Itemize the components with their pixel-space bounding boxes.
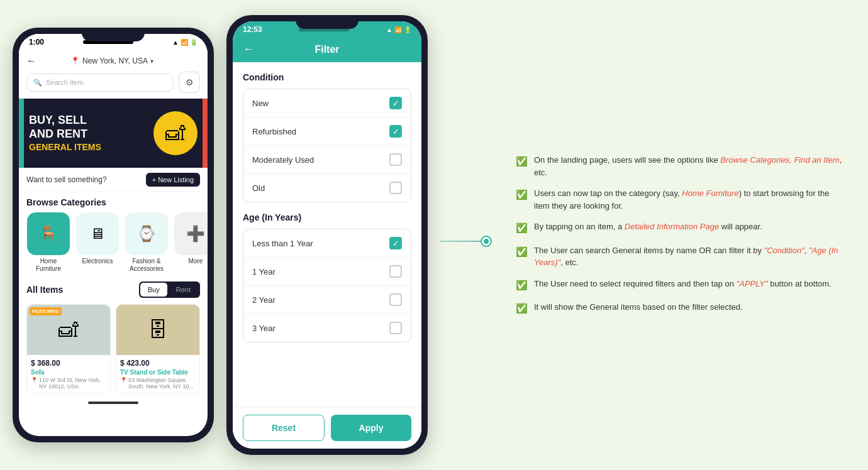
note-text-6: It will show the General items based on … xyxy=(534,301,743,314)
item-price-sofa: $ 368.00 xyxy=(31,359,106,368)
electronics-label: Electronics xyxy=(82,258,113,265)
connector xyxy=(440,237,491,246)
fashion-label: Fashion &Accessories xyxy=(130,258,164,273)
condition-new[interactable]: New ✓ xyxy=(243,89,411,117)
age-1year-checkbox[interactable] xyxy=(389,265,402,278)
condition-title: Condition xyxy=(243,72,411,82)
fashion-icon: ⌚ xyxy=(125,212,168,255)
filter-title: Filter xyxy=(314,44,339,55)
hero-banner: BUY, SELL AND RENT GENERAL ITEMS 🛋 xyxy=(19,99,208,168)
item-img-sofa: FEATURED 🛋 xyxy=(27,305,110,355)
condition-moderately-used-checkbox[interactable] xyxy=(389,153,402,166)
apply-button[interactable]: Apply xyxy=(331,415,411,441)
age-3year-label: 3 Year xyxy=(252,324,275,333)
note-text-1: On the landing page, users will see the … xyxy=(534,154,843,178)
age-title: Age (In Years) xyxy=(243,212,411,222)
home-furniture-label: HomeFurniture xyxy=(36,258,61,273)
item-card-sofa[interactable]: FEATURED 🛋 $ 368.00 Sofa 📍110 W 3rd St, … xyxy=(26,304,111,394)
age-1year-label: 1 Year xyxy=(252,267,275,276)
dropdown-icon: ▾ xyxy=(150,58,153,65)
item-name-sofa: Sofa xyxy=(31,369,106,376)
filter-header: ← Filter xyxy=(233,36,421,62)
filter-icon-button[interactable]: ⚙ xyxy=(179,72,200,93)
banner-line3: GENERAL ITEMS xyxy=(29,142,101,152)
more-icon: ➕ xyxy=(174,212,208,255)
item-img-tvstand: 🗄 xyxy=(116,305,199,355)
phone-1: 1:00 ▲ 📶 🔋 ← 📍 New York, NY, USA ▾ xyxy=(13,28,214,442)
filter-footer: Reset Apply xyxy=(233,407,421,449)
filter-content: Condition New ✓ Refurbished ✓ Moderately… xyxy=(233,62,421,414)
note-4: ✅ The User can search General items by n… xyxy=(516,244,843,269)
condition-new-label: New xyxy=(252,99,269,108)
category-fashion[interactable]: ⌚ Fashion &Accessories xyxy=(125,212,169,273)
note-text-3: By tapping on an item, a Detailed Inform… xyxy=(534,221,762,233)
home-furniture-icon: 🪑 xyxy=(27,212,70,255)
item-location-tvstand: 📍53 Washington Square South, New York, N… xyxy=(120,377,196,390)
items-grid: FEATURED 🛋 $ 368.00 Sofa 📍110 W 3rd St, … xyxy=(19,302,208,396)
category-electronics[interactable]: 🖥 Electronics xyxy=(75,212,120,273)
all-items-title: All Items xyxy=(26,285,63,295)
browse-categories-title: Browse Categories xyxy=(19,192,208,210)
condition-old[interactable]: Old xyxy=(243,174,411,202)
condition-refurbished[interactable]: Refurbished ✓ xyxy=(243,117,411,146)
time-1: 1:00 xyxy=(29,38,44,46)
back-button-2[interactable]: ← xyxy=(243,43,254,56)
check-icon-2: ✅ xyxy=(516,188,528,202)
filter-icon: ⚙ xyxy=(186,77,194,87)
item-price-tvstand: $ 423.00 xyxy=(120,359,196,368)
note-5: ✅ The User need to select required filte… xyxy=(516,278,843,293)
check-icon-4: ✅ xyxy=(516,245,528,260)
condition-options: New ✓ Refurbished ✓ Moderately Used Old xyxy=(243,89,411,202)
check-icon-6: ✅ xyxy=(516,302,528,316)
note-1: ✅ On the landing page, users will see th… xyxy=(516,154,843,178)
note-6: ✅ It will show the General items based o… xyxy=(516,301,843,316)
back-button-1[interactable]: ← xyxy=(26,55,36,67)
sell-bar: Want to sell something? + New Listing xyxy=(19,168,208,192)
age-less-1year-label: Less than 1 Year xyxy=(252,239,313,248)
buy-rent-toggle[interactable]: Buy Rent xyxy=(139,281,200,298)
search-input[interactable]: 🔍 Search Item xyxy=(26,74,174,92)
electronics-icon: 🖥 xyxy=(76,212,119,255)
reset-button[interactable]: Reset xyxy=(243,415,325,441)
banner-line2: AND RENT xyxy=(29,128,101,141)
age-1year[interactable]: 1 Year xyxy=(243,258,411,286)
note-text-5: The User need to select required filters… xyxy=(534,278,832,290)
banner-line1: BUY, SELL xyxy=(29,114,101,128)
more-label: More xyxy=(189,258,203,265)
all-items-header: All Items Buy Rent xyxy=(19,278,208,302)
condition-moderately-used-label: Moderately Used xyxy=(252,155,314,165)
location-pin-icon: 📍 xyxy=(70,57,80,65)
condition-refurbished-checkbox[interactable]: ✓ xyxy=(389,125,402,138)
condition-refurbished-label: Refurbished xyxy=(252,127,296,136)
check-icon-3: ✅ xyxy=(516,221,528,236)
banner-image: 🛋 xyxy=(153,111,198,155)
age-2year[interactable]: 2 Year xyxy=(243,286,411,314)
age-less-1year-checkbox[interactable]: ✓ xyxy=(389,237,402,249)
check-icon-1: ✅ xyxy=(516,155,528,169)
item-location-sofa: 📍110 W 3rd St, New York, NY 10012, USA xyxy=(31,377,106,390)
categories-list: 🪑 HomeFurniture 🖥 Electronics ⌚ Fashion … xyxy=(19,210,208,278)
condition-old-checkbox[interactable] xyxy=(389,182,402,194)
note-2: ✅ Users can now tap on the category (say… xyxy=(516,187,843,212)
connector-dot xyxy=(482,237,491,246)
note-text-4: The User can search General items by nam… xyxy=(534,244,843,269)
age-2year-label: 2 Year xyxy=(252,295,275,305)
new-listing-button[interactable]: + New Listing xyxy=(146,173,200,187)
age-2year-checkbox[interactable] xyxy=(389,293,402,306)
age-3year-checkbox[interactable] xyxy=(389,322,402,334)
location-text: New York, NY, USA xyxy=(82,57,148,65)
condition-new-checkbox[interactable]: ✓ xyxy=(389,97,402,109)
category-more[interactable]: ➕ More xyxy=(174,212,208,273)
age-3year[interactable]: 3 Year xyxy=(243,314,411,342)
category-home-furniture[interactable]: 🪑 HomeFurniture xyxy=(26,212,70,273)
check-icon-5: ✅ xyxy=(516,278,528,293)
time-2: 12:53 xyxy=(243,25,262,34)
buy-toggle[interactable]: Buy xyxy=(140,283,167,297)
rent-toggle[interactable]: Rent xyxy=(169,283,198,296)
note-3: ✅ By tapping on an item, a Detailed Info… xyxy=(516,221,843,236)
item-card-tvstand[interactable]: 🗄 $ 423.00 TV Stand or Side Table 📍53 Wa… xyxy=(116,304,200,394)
age-less-1year[interactable]: Less than 1 Year ✓ xyxy=(243,229,411,258)
search-placeholder: Search Item xyxy=(46,79,83,86)
location-bar[interactable]: 📍 New York, NY, USA ▾ xyxy=(70,57,153,65)
condition-moderately-used[interactable]: Moderately Used xyxy=(243,146,411,174)
